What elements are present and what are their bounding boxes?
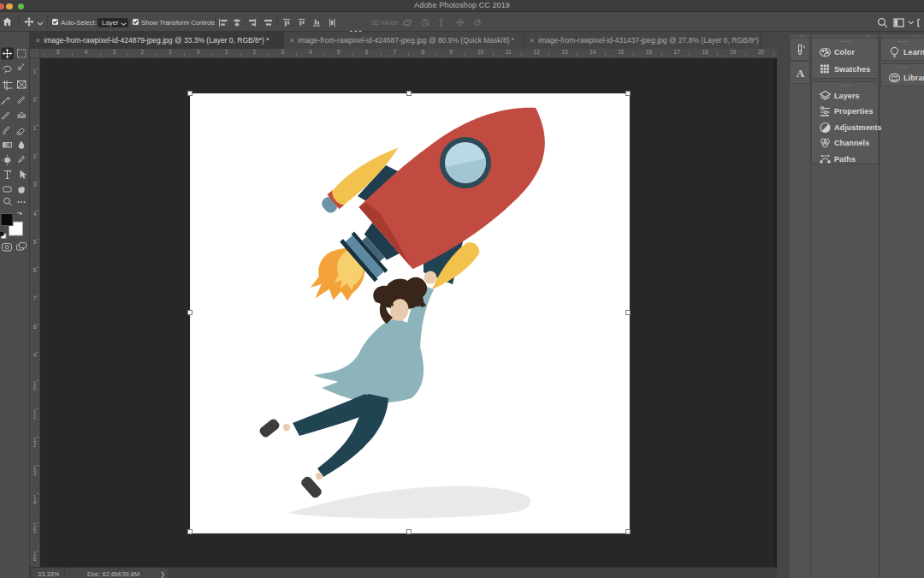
- svg-text:A: A: [797, 67, 805, 79]
